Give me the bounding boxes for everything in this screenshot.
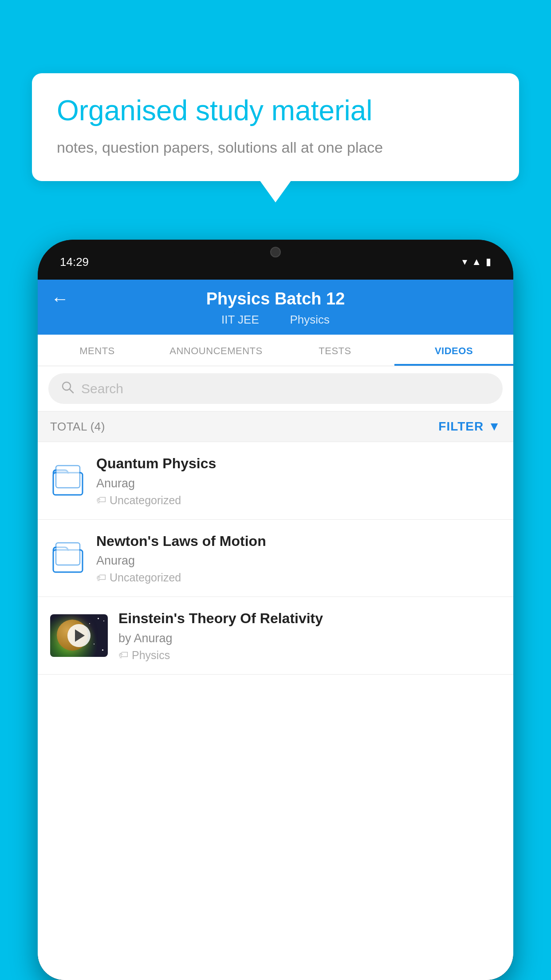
bubble-subtitle: notes, question papers, solutions all at…: [57, 137, 494, 158]
filter-label: FILTER: [438, 419, 484, 434]
tag-icon: 🏷: [118, 649, 128, 661]
video-tag: 🏷 Uncategorized: [96, 571, 501, 584]
tab-ments[interactable]: MENTS: [38, 335, 157, 366]
play-icon: [75, 629, 85, 642]
battery-icon: ▮: [486, 256, 491, 268]
tag-icon: 🏷: [96, 494, 106, 506]
tag-icon: 🏷: [96, 572, 106, 584]
tag-label: Uncategorized: [110, 494, 181, 507]
tab-videos[interactable]: VIDEOS: [394, 335, 513, 366]
subtitle-separator: [273, 313, 279, 326]
video-title: Einstein's Theory Of Relativity: [118, 609, 501, 628]
video-title: Newton's Laws of Motion: [96, 532, 501, 551]
video-author: by Anurag: [118, 632, 501, 645]
svg-rect-3: [56, 466, 80, 488]
video-info: Newton's Laws of Motion Anurag 🏷 Uncateg…: [96, 532, 501, 585]
filter-button[interactable]: FILTER ▼: [438, 419, 501, 434]
header-subtitle: IIT JEE Physics: [216, 313, 335, 327]
search-placeholder: Search: [81, 381, 123, 396]
status-time: 14:29: [60, 255, 89, 269]
video-tag: 🏷 Uncategorized: [96, 494, 501, 507]
tag-label: Uncategorized: [110, 571, 181, 584]
subtitle-part1: IIT JEE: [221, 313, 259, 326]
folder-icon: [50, 540, 86, 576]
wifi-icon: ▾: [462, 256, 467, 268]
phone-screen: ← Physics Batch 12 IIT JEE Physics MENTS…: [38, 280, 513, 980]
list-item[interactable]: Einstein's Theory Of Relativity by Anura…: [38, 597, 513, 675]
search-bar[interactable]: Search: [48, 373, 503, 404]
status-bar: 14:29 ▾ ▲ ▮: [38, 240, 513, 280]
tab-tests[interactable]: TESTS: [276, 335, 394, 366]
header-top: ← Physics Batch 12: [51, 289, 500, 308]
video-thumbnail: [50, 614, 108, 657]
total-count: TOTAL (4): [50, 420, 105, 434]
video-list: Quantum Physics Anurag 🏷 Uncategorized: [38, 442, 513, 980]
list-item[interactable]: Newton's Laws of Motion Anurag 🏷 Uncateg…: [38, 520, 513, 597]
video-author: Anurag: [96, 477, 501, 490]
tag-label: Physics: [132, 649, 170, 662]
svg-line-1: [70, 389, 73, 393]
video-info: Quantum Physics Anurag 🏷 Uncategorized: [96, 454, 501, 507]
tab-announcements[interactable]: ANNOUNCEMENTS: [157, 335, 276, 366]
app-header: ← Physics Batch 12 IIT JEE Physics: [38, 280, 513, 335]
camera: [270, 247, 281, 257]
filter-icon: ▼: [488, 419, 501, 434]
video-title: Quantum Physics: [96, 454, 501, 473]
phone-frame: 14:29 ▾ ▲ ▮ ← Physics Batch 12 IIT JEE P…: [38, 240, 513, 980]
list-item[interactable]: Quantum Physics Anurag 🏷 Uncategorized: [38, 442, 513, 520]
notch: [231, 240, 320, 265]
video-author: Anurag: [96, 554, 501, 568]
filter-row: TOTAL (4) FILTER ▼: [38, 411, 513, 442]
search-bar-container: Search: [38, 366, 513, 411]
tab-bar: MENTS ANNOUNCEMENTS TESTS VIDEOS: [38, 335, 513, 366]
status-icons: ▾ ▲ ▮: [462, 256, 491, 268]
play-button[interactable]: [67, 624, 91, 647]
bubble-title: Organised study material: [57, 95, 494, 127]
signal-icon: ▲: [472, 256, 481, 268]
video-info: Einstein's Theory Of Relativity by Anura…: [118, 609, 501, 662]
back-button[interactable]: ←: [51, 289, 69, 309]
page-title: Physics Batch 12: [206, 289, 345, 308]
video-tag: 🏷 Physics: [118, 649, 501, 662]
subtitle-part2: Physics: [290, 313, 330, 326]
speech-bubble: Organised study material notes, question…: [32, 73, 519, 181]
search-icon: [61, 380, 74, 397]
folder-icon: [50, 463, 86, 498]
svg-rect-5: [56, 543, 80, 565]
